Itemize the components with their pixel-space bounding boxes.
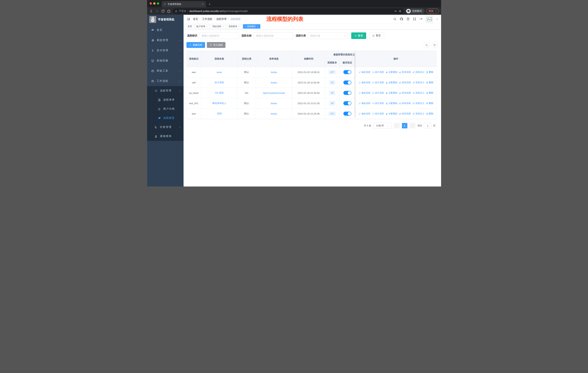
collapse-sidebar-icon[interactable] bbox=[187, 17, 190, 21]
action-修改流程[interactable]: 修改流程 bbox=[358, 91, 371, 94]
action-分配规则[interactable]: 分配规则 bbox=[386, 112, 398, 115]
close-icon[interactable] bbox=[222, 26, 224, 28]
close-window-button[interactable] bbox=[150, 2, 152, 5]
sidebar-item-流程模型[interactable]: 流程模型 bbox=[147, 113, 184, 122]
reload-button[interactable] bbox=[161, 9, 165, 13]
url-text[interactable]: dashboard.yudao.iocoder.cn/bpm/manager/m… bbox=[189, 10, 393, 13]
action-设计流程[interactable]: 设计流程 bbox=[372, 102, 384, 105]
reset-button[interactable]: 重置 bbox=[369, 32, 384, 39]
tag-租户管理[interactable]: 租户管理 bbox=[195, 24, 210, 29]
breadcrumb-item[interactable]: 工作流程 bbox=[202, 18, 212, 21]
new-tab-button[interactable] bbox=[207, 2, 212, 7]
security-warning-icon[interactable] bbox=[175, 10, 178, 12]
action-流程定义[interactable]: 流程定义 bbox=[412, 112, 424, 115]
action-分配规则[interactable]: 分配规则 bbox=[386, 91, 398, 94]
avatar-caret-icon[interactable] bbox=[436, 18, 438, 20]
close-icon[interactable] bbox=[257, 26, 259, 28]
sidebar-item-任务管理[interactable]: 任务管理 bbox=[147, 122, 184, 132]
close-icon[interactable] bbox=[206, 26, 208, 28]
tag-流程表单[interactable]: 流程表单 bbox=[227, 24, 242, 29]
page-number-1[interactable]: 1 bbox=[402, 123, 407, 128]
goto-page-input[interactable] bbox=[424, 123, 432, 128]
tag-首页[interactable]: 首页 bbox=[186, 24, 194, 29]
font-size-icon[interactable]: TT bbox=[420, 17, 423, 21]
browser-tab[interactable]: 芋道管理系统 bbox=[162, 1, 206, 7]
home-button[interactable] bbox=[167, 9, 171, 13]
security-label[interactable]: 不安全 bbox=[179, 10, 187, 13]
bookmark-star-icon[interactable] bbox=[399, 10, 401, 13]
show-search-button[interactable] bbox=[424, 42, 430, 48]
help-icon[interactable] bbox=[406, 17, 410, 21]
action-设计流程[interactable]: 设计流程 bbox=[372, 91, 384, 94]
action-分配规则[interactable]: 分配规则 bbox=[386, 81, 398, 84]
process-name-link[interactable]: 自己审批 bbox=[215, 81, 224, 84]
action-流程定义[interactable]: 流程定义 bbox=[412, 71, 424, 74]
action-发布流程[interactable]: 发布流程 bbox=[399, 102, 411, 105]
tag-流程模型[interactable]: 流程模型 bbox=[243, 24, 260, 29]
sidebar-item-系统管理[interactable]: 系统管理 bbox=[147, 35, 184, 45]
window-controls[interactable] bbox=[150, 2, 159, 5]
update-button[interactable]: 更新 bbox=[426, 9, 439, 14]
search-button[interactable]: 搜索 bbox=[351, 32, 366, 39]
address-bar[interactable]: 不安全 dashboard.yudao.iocoder.cn/bpm/manag… bbox=[173, 8, 404, 14]
form-info-link[interactable]: biubiu bbox=[271, 71, 277, 74]
fullscreen-icon[interactable] bbox=[413, 17, 416, 21]
breadcrumb-item[interactable]: 流程管理 bbox=[216, 18, 226, 21]
sidebar-logo[interactable]: 芋道管理系统 bbox=[147, 15, 184, 24]
action-发布流程[interactable]: 发布流程 bbox=[399, 81, 411, 84]
breadcrumb-item[interactable]: 首页 bbox=[193, 18, 198, 21]
action-分配规则[interactable]: 分配规则 bbox=[386, 102, 398, 105]
tag-我的流程[interactable]: 我的流程 bbox=[211, 24, 226, 29]
back-button[interactable] bbox=[149, 9, 153, 13]
action-发布流程[interactable]: 发布流程 bbox=[399, 112, 411, 115]
process-name-link[interactable]: eeee bbox=[217, 71, 222, 74]
sidebar-item-首页[interactable]: 首页 bbox=[147, 25, 184, 35]
sidebar-item-支付管理[interactable]: 支付管理 bbox=[147, 45, 184, 56]
refresh-table-button[interactable] bbox=[432, 42, 438, 48]
form-info-link[interactable]: biubiu bbox=[271, 81, 277, 84]
active-toggle[interactable] bbox=[343, 81, 351, 84]
action-修改流程[interactable]: 修改流程 bbox=[358, 112, 371, 115]
password-key-icon[interactable] bbox=[394, 10, 397, 13]
action-流程定义[interactable]: 流程定义 bbox=[412, 91, 424, 94]
form-info-link[interactable]: /bpm/oa/leave/create bbox=[263, 92, 285, 94]
browser-menu-icon[interactable] bbox=[435, 10, 437, 12]
close-icon[interactable] bbox=[238, 26, 240, 28]
process-name-link[interactable]: OA 请假 bbox=[215, 91, 224, 94]
form-info-link[interactable]: biubiu bbox=[271, 112, 277, 115]
action-删除[interactable]: 删除 bbox=[426, 71, 433, 74]
action-发布流程[interactable]: 发布流程 bbox=[399, 91, 411, 94]
prev-page-button[interactable] bbox=[394, 123, 400, 128]
action-修改流程[interactable]: 修改流程 bbox=[358, 71, 371, 74]
action-删除[interactable]: 删除 bbox=[426, 112, 433, 115]
action-删除[interactable]: 删除 bbox=[426, 102, 433, 105]
action-修改流程[interactable]: 修改流程 bbox=[358, 102, 371, 105]
process-name-input[interactable] bbox=[253, 32, 293, 39]
action-流程定义[interactable]: 流程定义 bbox=[412, 81, 424, 84]
action-流程定义[interactable]: 流程定义 bbox=[412, 102, 424, 105]
action-删除[interactable]: 删除 bbox=[426, 91, 433, 94]
github-icon[interactable] bbox=[400, 17, 403, 21]
sidebar-item-用户分组[interactable]: 用户分组 bbox=[147, 104, 184, 113]
search-icon[interactable] bbox=[393, 17, 397, 21]
import-process-button[interactable]: 导入流程 bbox=[207, 42, 225, 48]
action-发布流程[interactable]: 发布流程 bbox=[399, 71, 411, 74]
active-toggle[interactable] bbox=[343, 101, 351, 105]
sidebar-item-流程管理[interactable]: 流程管理 bbox=[147, 86, 184, 95]
sidebar-item-研发工具[interactable]: 研发工具 bbox=[147, 66, 184, 76]
form-info-link[interactable]: biubiu bbox=[271, 102, 277, 105]
minimize-window-button[interactable] bbox=[153, 2, 156, 5]
sidebar-item-工作流程[interactable]: 工作流程 bbox=[147, 76, 184, 86]
sidebar-item-流程表单[interactable]: 流程表单 bbox=[147, 95, 184, 104]
process-name-link[interactable]: 滔博 bbox=[217, 112, 222, 115]
tab-close-icon[interactable] bbox=[201, 3, 204, 5]
create-process-button[interactable]: 新建流程 bbox=[187, 42, 205, 48]
forward-button[interactable] bbox=[155, 9, 159, 13]
user-avatar[interactable] bbox=[426, 16, 433, 23]
process-name-link[interactable]: 测试多审批人 bbox=[212, 102, 226, 105]
active-toggle[interactable] bbox=[343, 70, 351, 74]
action-删除[interactable]: 删除 bbox=[426, 81, 433, 84]
active-toggle[interactable] bbox=[343, 91, 351, 95]
process-category-select[interactable] bbox=[308, 32, 347, 39]
action-设计流程[interactable]: 设计流程 bbox=[372, 112, 384, 115]
